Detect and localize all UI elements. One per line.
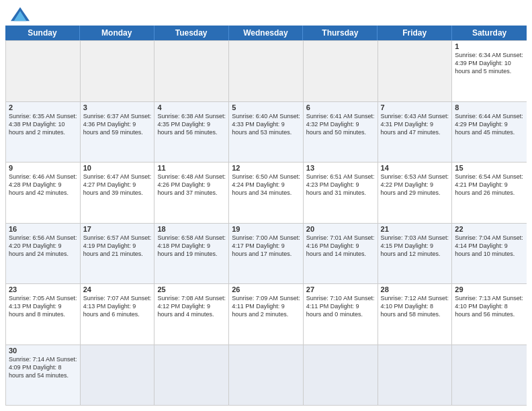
day-info: Sunrise: 6:47 AM Sunset: 4:27 PM Dayligh… [83,173,152,197]
calendar: SundayMondayTuesdayWednesdayThursdayFrid… [0,26,532,411]
day-number: 5 [232,103,300,111]
day-info: Sunrise: 7:05 AM Sunset: 4:13 PM Dayligh… [9,294,77,318]
day-info: Sunrise: 6:53 AM Sunset: 4:22 PM Dayligh… [381,173,449,197]
day-number: 6 [306,103,375,111]
day-number: 10 [83,164,152,172]
day-number: 16 [9,225,77,233]
day-cell-28: 28Sunrise: 7:12 AM Sunset: 4:10 PM Dayli… [378,284,453,345]
day-header-thursday: Thursday [303,26,378,40]
logo-icon [11,7,30,21]
day-number: 15 [455,164,524,172]
day-cell-empty [229,41,304,101]
day-headers: SundayMondayTuesdayWednesdayThursdayFrid… [5,26,527,40]
day-number: 2 [9,103,77,111]
day-info: Sunrise: 7:08 AM Sunset: 4:12 PM Dayligh… [157,294,226,318]
day-cell-empty [452,345,527,406]
day-info: Sunrise: 6:48 AM Sunset: 4:26 PM Dayligh… [157,173,226,197]
day-number: 19 [232,225,300,233]
day-cell-empty [154,345,229,406]
day-info: Sunrise: 6:50 AM Sunset: 4:24 PM Dayligh… [232,173,300,197]
header [0,0,532,26]
day-info: Sunrise: 6:51 AM Sunset: 4:23 PM Dayligh… [306,173,375,197]
day-info: Sunrise: 7:00 AM Sunset: 4:17 PM Dayligh… [232,234,300,258]
day-cell-27: 27Sunrise: 7:10 AM Sunset: 4:11 PM Dayli… [304,284,378,345]
day-cell-3: 3Sunrise: 6:37 AM Sunset: 4:36 PM Daylig… [81,102,155,163]
day-cell-24: 24Sunrise: 7:07 AM Sunset: 4:13 PM Dayli… [81,284,155,345]
day-cell-empty [229,345,304,406]
day-cell-14: 14Sunrise: 6:53 AM Sunset: 4:22 PM Dayli… [378,163,453,223]
day-info: Sunrise: 7:10 AM Sunset: 4:11 PM Dayligh… [306,294,375,318]
day-header-sunday: Sunday [5,26,80,40]
week-row: 16Sunrise: 6:56 AM Sunset: 4:20 PM Dayli… [6,223,527,284]
day-info: Sunrise: 6:38 AM Sunset: 4:35 PM Dayligh… [157,112,226,136]
day-number: 30 [9,347,77,355]
day-cell-21: 21Sunrise: 7:03 AM Sunset: 4:15 PM Dayli… [378,224,453,284]
day-info: Sunrise: 7:01 AM Sunset: 4:16 PM Dayligh… [306,234,375,258]
day-cell-17: 17Sunrise: 6:57 AM Sunset: 4:19 PM Dayli… [81,224,155,284]
day-number: 12 [232,164,300,172]
day-info: Sunrise: 6:41 AM Sunset: 4:32 PM Dayligh… [306,112,375,136]
day-header-monday: Monday [80,26,154,40]
day-cell-16: 16Sunrise: 6:56 AM Sunset: 4:20 PM Dayli… [6,224,81,284]
day-number: 8 [455,103,524,111]
day-cell-22: 22Sunrise: 7:04 AM Sunset: 4:14 PM Dayli… [452,224,527,284]
day-number: 25 [157,285,226,293]
day-cell-11: 11Sunrise: 6:48 AM Sunset: 4:26 PM Dayli… [154,163,229,223]
day-number: 14 [381,164,449,172]
day-number: 20 [306,225,375,233]
day-cell-25: 25Sunrise: 7:08 AM Sunset: 4:12 PM Dayli… [154,284,229,345]
day-info: Sunrise: 6:44 AM Sunset: 4:29 PM Dayligh… [455,112,524,136]
day-cell-9: 9Sunrise: 6:46 AM Sunset: 4:28 PM Daylig… [6,163,81,223]
day-number: 27 [306,285,375,293]
day-cell-29: 29Sunrise: 7:13 AM Sunset: 4:10 PM Dayli… [452,284,527,345]
day-header-friday: Friday [378,26,452,40]
day-number: 1 [455,42,524,50]
day-cell-6: 6Sunrise: 6:41 AM Sunset: 4:32 PM Daylig… [304,102,378,163]
day-info: Sunrise: 6:58 AM Sunset: 4:18 PM Dayligh… [157,234,226,258]
day-cell-30: 30Sunrise: 7:14 AM Sunset: 4:09 PM Dayli… [6,345,81,406]
week-row: 2Sunrise: 6:35 AM Sunset: 4:38 PM Daylig… [6,101,527,163]
day-number: 17 [83,225,152,233]
day-cell-empty [304,41,378,101]
day-info: Sunrise: 7:04 AM Sunset: 4:14 PM Dayligh… [455,234,524,258]
day-number: 4 [157,103,226,111]
day-info: Sunrise: 7:12 AM Sunset: 4:10 PM Dayligh… [381,294,449,318]
day-cell-empty [304,345,378,406]
day-cell-8: 8Sunrise: 6:44 AM Sunset: 4:29 PM Daylig… [452,102,527,163]
day-info: Sunrise: 7:03 AM Sunset: 4:15 PM Dayligh… [381,234,449,258]
day-cell-19: 19Sunrise: 7:00 AM Sunset: 4:17 PM Dayli… [229,224,304,284]
day-number: 23 [9,285,77,293]
day-cell-empty [378,41,453,101]
day-cell-empty [81,41,155,101]
day-header-wednesday: Wednesday [229,26,304,40]
day-cell-2: 2Sunrise: 6:35 AM Sunset: 4:38 PM Daylig… [6,102,81,163]
day-cell-26: 26Sunrise: 7:09 AM Sunset: 4:11 PM Dayli… [229,284,304,345]
day-cell-empty [81,345,155,406]
day-cell-23: 23Sunrise: 7:05 AM Sunset: 4:13 PM Dayli… [6,284,81,345]
day-number: 24 [83,285,152,293]
day-cell-empty [6,41,81,101]
week-row: 30Sunrise: 7:14 AM Sunset: 4:09 PM Dayli… [6,345,527,406]
day-number: 3 [83,103,152,111]
day-info: Sunrise: 7:14 AM Sunset: 4:09 PM Dayligh… [9,355,77,379]
weeks: 1Sunrise: 6:34 AM Sunset: 4:39 PM Daylig… [5,40,527,406]
day-cell-1: 1Sunrise: 6:34 AM Sunset: 4:39 PM Daylig… [452,41,527,101]
day-info: Sunrise: 7:07 AM Sunset: 4:13 PM Dayligh… [83,294,152,318]
logo [11,7,30,21]
day-info: Sunrise: 6:57 AM Sunset: 4:19 PM Dayligh… [83,234,152,258]
day-cell-20: 20Sunrise: 7:01 AM Sunset: 4:16 PM Dayli… [304,224,378,284]
day-number: 18 [157,225,226,233]
day-cell-13: 13Sunrise: 6:51 AM Sunset: 4:23 PM Dayli… [304,163,378,223]
day-number: 13 [306,164,375,172]
day-cell-empty [378,345,453,406]
day-cell-empty [154,41,229,101]
day-info: Sunrise: 6:35 AM Sunset: 4:38 PM Dayligh… [9,112,77,136]
week-row: 9Sunrise: 6:46 AM Sunset: 4:28 PM Daylig… [6,162,527,223]
day-info: Sunrise: 6:54 AM Sunset: 4:21 PM Dayligh… [455,173,524,197]
day-info: Sunrise: 7:09 AM Sunset: 4:11 PM Dayligh… [232,294,300,318]
day-number: 7 [381,103,449,111]
day-cell-4: 4Sunrise: 6:38 AM Sunset: 4:35 PM Daylig… [154,102,229,163]
day-info: Sunrise: 6:56 AM Sunset: 4:20 PM Dayligh… [9,234,77,258]
day-info: Sunrise: 6:40 AM Sunset: 4:33 PM Dayligh… [232,112,300,136]
day-header-saturday: Saturday [452,26,527,40]
